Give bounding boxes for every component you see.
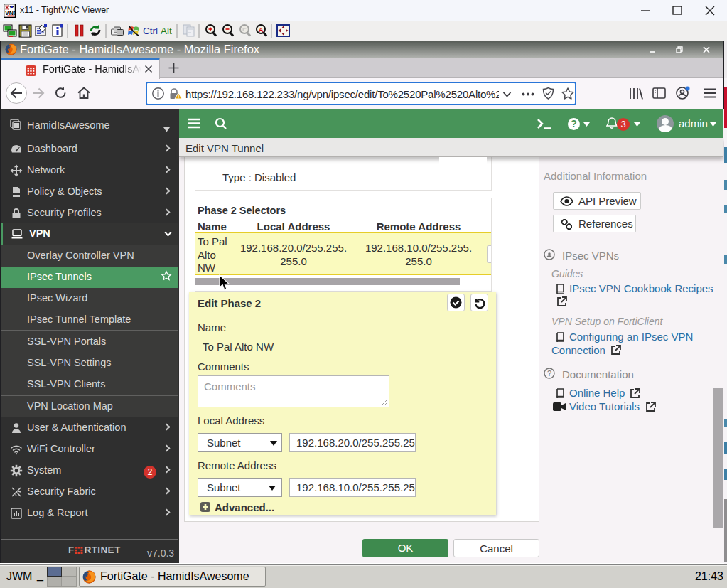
svg-text:VNC: VNC	[5, 9, 16, 16]
svg-text:Alt: Alt	[161, 26, 172, 36]
svg-text:F: F	[68, 545, 75, 555]
svg-text:Ctrl: Ctrl	[143, 26, 158, 36]
svg-text:1:1: 1:1	[242, 27, 249, 32]
svg-text:RTINET: RTINET	[85, 545, 121, 555]
svg-text:A: A	[259, 26, 264, 33]
svg-text:?: ?	[547, 369, 551, 378]
